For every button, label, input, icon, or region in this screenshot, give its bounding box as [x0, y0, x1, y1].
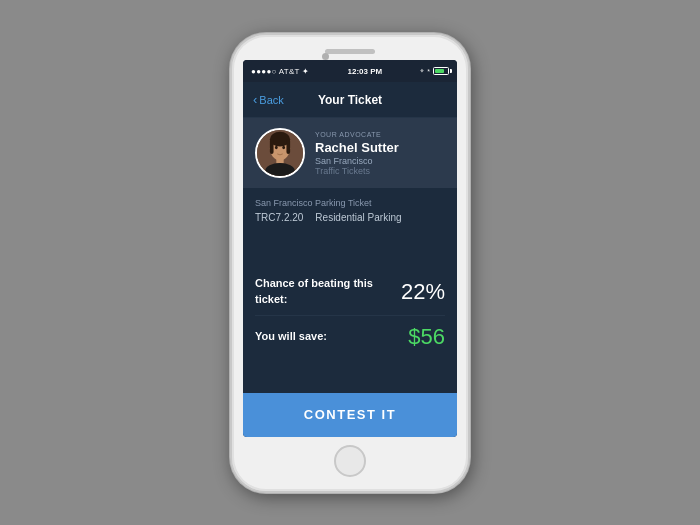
svg-rect-3 [270, 140, 274, 155]
back-button[interactable]: ‹ Back [253, 94, 284, 106]
chance-label: Chance of beating this ticket: [255, 276, 375, 307]
ticket-type: Residential Parking [315, 212, 401, 223]
avatar [255, 128, 305, 178]
stats-section: Chance of beating this ticket: 22% You w… [243, 233, 457, 392]
location-icon: ⌖ [420, 67, 424, 75]
back-label[interactable]: Back [259, 94, 283, 106]
phone-frame: ●●●●○ AT&T ✦ 12:03 PM ⌖ * ‹ Back Your Ti… [230, 33, 470, 493]
ticket-code: TRC7.2.20 [255, 212, 303, 223]
contest-it-label: CONTEST IT [304, 407, 396, 422]
battery-fill [435, 69, 444, 73]
svg-rect-4 [286, 140, 290, 155]
svg-point-8 [282, 146, 285, 149]
battery-icon [433, 67, 449, 75]
ticket-info-section: San Francisco Parking Ticket TRC7.2.20 R… [243, 188, 457, 233]
advocate-city: San Francisco [315, 156, 399, 166]
advocate-section: YOUR ADVOCATE Rachel Sutter San Francisc… [243, 118, 457, 188]
home-button[interactable] [334, 445, 366, 477]
chance-stat-row: Chance of beating this ticket: 22% [255, 268, 445, 316]
save-stat-row: You will save: $56 [255, 316, 445, 358]
advocate-info: YOUR ADVOCATE Rachel Sutter San Francisc… [315, 131, 399, 176]
advocate-name: Rachel Sutter [315, 140, 399, 155]
save-value: $56 [408, 324, 445, 350]
status-icons: ⌖ * [420, 67, 449, 75]
nav-bar: ‹ Back Your Ticket [243, 82, 457, 118]
time-text: 12:03 PM [348, 67, 383, 76]
phone-camera [322, 53, 329, 60]
status-bar: ●●●●○ AT&T ✦ 12:03 PM ⌖ * [243, 60, 457, 82]
back-chevron-icon: ‹ [253, 93, 257, 106]
phone-screen: ●●●●○ AT&T ✦ 12:03 PM ⌖ * ‹ Back Your Ti… [243, 60, 457, 436]
page-title: Your Ticket [318, 93, 382, 107]
chance-value: 22% [401, 279, 445, 305]
ticket-title: San Francisco Parking Ticket [255, 198, 445, 208]
advocate-label: YOUR ADVOCATE [315, 131, 399, 138]
ticket-code-row: TRC7.2.20 Residential Parking [255, 212, 445, 223]
svg-point-7 [275, 146, 278, 149]
contest-it-button[interactable]: CONTEST IT [243, 393, 457, 437]
bluetooth-icon: * [427, 68, 430, 75]
avatar-image [257, 130, 303, 176]
svg-rect-5 [276, 158, 283, 164]
carrier-text: ●●●●○ AT&T ✦ [251, 67, 309, 76]
phone-speaker [325, 49, 375, 55]
save-label: You will save: [255, 329, 327, 344]
advocate-specialty: Traffic Tickets [315, 166, 399, 176]
